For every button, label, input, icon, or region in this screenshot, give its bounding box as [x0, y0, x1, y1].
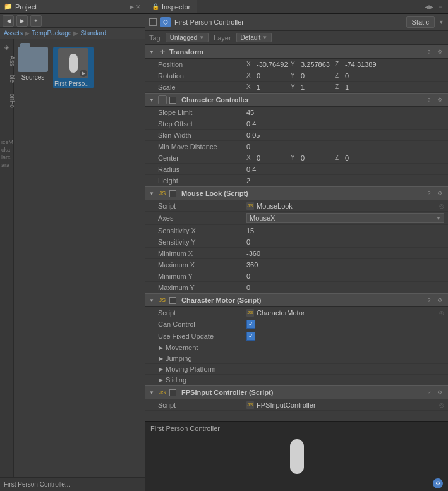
first-person-label: First Person...	[54, 80, 92, 87]
sliding-expand-arrow: ▶	[159, 377, 163, 383]
breadcrumb-standard[interactable]: Standard	[80, 30, 106, 37]
back-icon[interactable]: ◀	[3, 15, 14, 27]
sensitivity-x-row: Sensitivity X 15	[145, 225, 448, 236]
transform-component-header[interactable]: ▼ ✛ Transform ? ⚙	[145, 45, 448, 59]
cm-settings-icon[interactable]: ⚙	[435, 296, 444, 305]
sensitivity-y-row: Sensitivity Y 0	[145, 236, 448, 248]
cm-script-row: Script JS CharacterMotor ◎	[145, 307, 448, 318]
inspector-tab-bar: 🔒 Inspector ◀▶ ≡	[145, 0, 448, 14]
project-tab[interactable]: 📁 Project ▶ ✕	[0, 0, 145, 14]
fps-help-icon[interactable]: ?	[425, 388, 433, 397]
game-preview-area: First Person Controller ⚙	[145, 421, 448, 491]
cc-help-icon[interactable]: ?	[425, 95, 433, 104]
character-controller-header[interactable]: ▼ Character Controller ? ⚙	[145, 93, 448, 107]
fps-script-field: JS FPSInputController ◎	[246, 401, 444, 409]
movement-label: Movement	[166, 344, 198, 351]
inspector-tab[interactable]: 🔒 Inspector	[145, 0, 197, 13]
transform-help-icon[interactable]: ?	[425, 47, 433, 56]
preview-settings-icon[interactable]: ⚙	[433, 478, 443, 488]
maximum-y-value: 0	[246, 284, 444, 291]
radius-row: Radius 0.4	[145, 164, 448, 175]
tab-menu-icon1[interactable]: ◀▶	[424, 2, 434, 12]
inspector-scroll-area[interactable]: ▼ ✛ Transform ? ⚙ Position X -30.76492 Y…	[145, 45, 448, 421]
step-offset-label: Step Offset	[158, 120, 246, 128]
tag-dropdown[interactable]: Untagged ▼	[166, 33, 209, 42]
file-sources[interactable]: Sources	[18, 47, 48, 81]
tab-menu-icon2[interactable]: ≡	[435, 2, 445, 12]
fps-settings-icon[interactable]: ⚙	[435, 388, 444, 397]
transform-actions: ? ⚙	[425, 47, 444, 56]
cc-checkbox[interactable]	[169, 97, 176, 104]
scale-y-value: 1	[301, 83, 332, 91]
tag-layer-row: Tag Untagged ▼ Layer Default ▼	[145, 31, 448, 45]
use-fixed-update-checkbox[interactable]: ✓	[246, 332, 255, 341]
object-icon: ⬡	[160, 17, 171, 27]
cc-settings-icon[interactable]: ⚙	[435, 95, 444, 104]
sliding-section[interactable]: ▶ Sliding	[145, 375, 448, 385]
fps-input-header[interactable]: ▼ JS FPSInput Controller (Script) ? ⚙	[145, 385, 448, 399]
prefab-preview: ▶	[58, 48, 88, 78]
static-button[interactable]: Static	[406, 16, 435, 28]
object-name: First Person Controller	[174, 18, 403, 26]
position-values: X -30.76492 Y 3.257863 Z -74.31389	[246, 61, 377, 68]
can-control-checkbox[interactable]: ✓	[246, 320, 255, 329]
rotation-values: X 0 Y 0 Z 0	[246, 72, 377, 80]
minimum-x-value: -360	[246, 250, 444, 257]
sidebar-nav-icon: ◈	[1, 42, 13, 53]
center-x-value: 0	[257, 154, 288, 162]
moving-platform-section[interactable]: ▶ Moving Platform	[145, 364, 448, 375]
folder-icon	[18, 47, 48, 72]
ml-settings-icon[interactable]: ⚙	[435, 189, 444, 198]
rotation-row: Rotation X 0 Y 0 Z 0	[145, 70, 448, 82]
file-first-person[interactable]: ▶ First Person...	[53, 47, 94, 88]
project-tab-label: Project	[15, 3, 37, 11]
minimum-y-label: Minimum Y	[158, 272, 246, 280]
position-z-value: -74.31389	[345, 61, 377, 68]
sensitivity-x-label: Sensitivity X	[158, 227, 246, 234]
center-x-label: X	[246, 154, 254, 161]
scale-values: X 1 Y 1 Z 1	[246, 83, 377, 91]
breadcrumb: Assets ▶ TempPackage ▶ Standard	[0, 28, 145, 39]
cm-help-icon[interactable]: ?	[425, 296, 433, 305]
sliding-label: Sliding	[166, 376, 186, 384]
mouse-look-header[interactable]: ▼ JS Mouse Look (Script) ? ⚙	[145, 186, 448, 200]
layer-dropdown[interactable]: Default ▼	[236, 33, 272, 42]
jumping-expand-arrow: ▶	[159, 356, 163, 361]
file-area: Ass ble onFo Sources ▶ First Person...	[14, 39, 145, 477]
character-motor-header[interactable]: ▼ JS Character Motor (Script) ? ⚙	[145, 293, 448, 307]
maximum-x-value: 360	[246, 261, 444, 269]
fps-script-label: Script	[158, 401, 246, 409]
left-panel-close-icon[interactable]: ✕	[136, 4, 141, 10]
moving-platform-label: Moving Platform	[166, 365, 215, 373]
center-row: Center X 0 Y 0 Z 0	[145, 152, 448, 164]
center-label: Center	[158, 154, 246, 162]
minimum-y-value: 0	[246, 272, 444, 280]
transform-settings-icon[interactable]: ⚙	[435, 47, 444, 56]
scale-z-label: Z	[335, 83, 342, 90]
fps-expand-arrow: ▼	[149, 390, 155, 396]
cc-icon	[158, 95, 167, 104]
object-header: ⬡ First Person Controller Static ▼	[145, 14, 448, 31]
scale-z-value: 1	[345, 83, 377, 91]
cc-expand-arrow: ▼	[149, 97, 155, 103]
forward-icon[interactable]: ▶	[16, 15, 28, 27]
breadcrumb-temppackage[interactable]: TempPackage	[32, 30, 71, 37]
cm-checkbox[interactable]	[169, 297, 176, 304]
jumping-section[interactable]: ▶ Jumping	[145, 353, 448, 364]
fps-title: FPSInput Controller (Script)	[181, 389, 422, 396]
ml-help-icon[interactable]: ?	[425, 189, 433, 198]
capsule-preview	[69, 54, 78, 73]
cc-actions: ? ⚙	[425, 95, 444, 104]
scale-row: Scale X 1 Y 1 Z 1	[145, 82, 448, 93]
static-dropdown-arrow[interactable]: ▼	[439, 19, 444, 25]
create-icon[interactable]: +	[30, 15, 42, 27]
ml-script-label: Script	[158, 202, 246, 210]
ml-axes-dropdown[interactable]: MouseX ▼	[246, 213, 444, 223]
fps-checkbox[interactable]	[169, 389, 176, 396]
movement-section[interactable]: ▶ Movement	[145, 342, 448, 353]
rotation-y-label: Y	[291, 72, 298, 79]
ml-checkbox[interactable]	[169, 190, 176, 197]
left-panel-menu-icon[interactable]: ▶	[130, 4, 134, 10]
object-active-checkbox[interactable]	[149, 18, 157, 26]
cm-script-icon: JS	[246, 309, 254, 317]
